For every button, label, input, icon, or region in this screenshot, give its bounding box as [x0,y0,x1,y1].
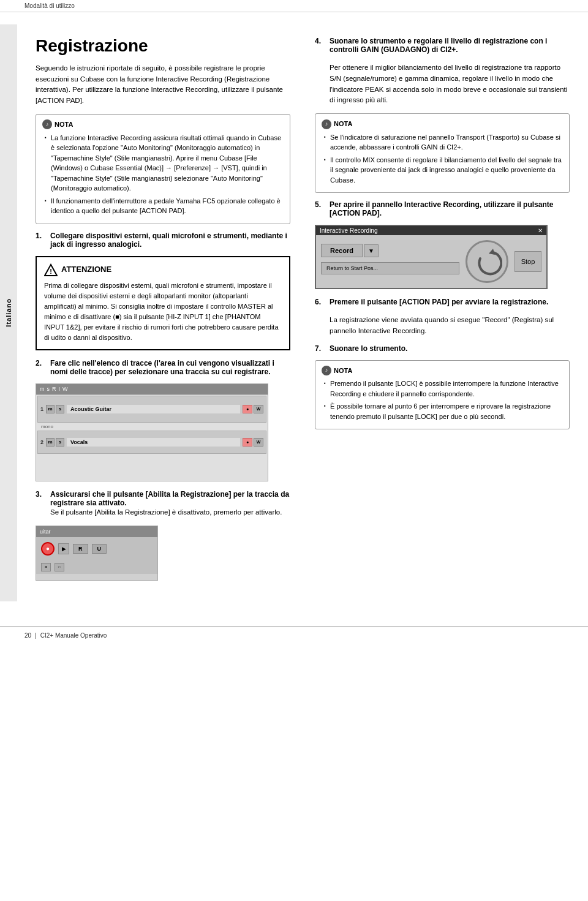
track-2-r-btn[interactable]: ● [243,438,252,447]
track-1-w-btn[interactable]: W [254,405,263,413]
bottom-bar: 20 | CI2+ Manuale Operativo [0,627,588,644]
track-2-rw: ● W [243,438,263,447]
nota-item-2-2: Il controllo MIX consente di regolare il… [324,155,563,186]
step-1: 1. Collegare dispositivi esterni, quali … [36,232,290,249]
small-screenshot-bar: uitar [36,526,157,537]
track-2-ms-buttons: m s [46,438,64,447]
track-header-icon-r: R [52,386,56,392]
nota-item-2-1: Se l'indicatore di saturazione nel panne… [324,132,563,153]
warning-header: ! ATTENZIONE [44,263,282,277]
step-1-heading: Collegare dispositivi esterni, quali mic… [50,232,287,249]
track-1-m-btn[interactable]: m [46,405,55,413]
small-screenshot-bottom: ≡ ↔ [36,560,157,574]
track-2-m-btn[interactable]: m [46,438,55,447]
ir-body: Record ▼ Return to Start Pos... [316,235,546,288]
ir-record-dropdown[interactable]: ▼ [364,244,379,257]
track-row-2: 2 m s Vocals ● W [37,431,266,454]
nota-item-1-2: Il funzionamento dell'interruttore a ped… [45,196,284,216]
step-2-num: 2. [36,359,45,376]
step-4-text: Per ottenere il miglior bilanciamento de… [330,64,567,104]
track-1-rw: ● W [243,405,263,413]
nota-icon-3: ♪ [322,366,331,375]
ir-title: Interactive Recording [320,227,378,234]
step-7-content: Suonare lo strumento. [330,344,407,353]
track-1-ms-buttons: m s [46,405,64,413]
step-3-heading: Assicurarsi che il pulsante [Abilita la … [50,490,289,507]
eq-btn[interactable]: ≡ [41,563,51,571]
step-7-num: 7. [315,344,325,353]
step-6-num: 6. [315,298,325,337]
ir-title-bar: Interactive Recording ✕ [316,226,546,235]
nota-header-3: ♪ NOTA [322,366,563,376]
step-5-content: Per aprire il pannello Interactive Recor… [330,200,570,217]
step-5-num: 5. [315,200,325,217]
nota-header-1: ♪ NOTA [42,119,284,130]
track-1-num: 1 [40,406,43,412]
right-column: 4. Suonare lo strumento e regolare il li… [303,25,588,601]
track-header-icon-m: m [40,386,45,392]
step-3-content: Assicurarsi che il pulsante [Abilita la … [50,490,290,518]
ir-record-btn[interactable]: Record [321,244,363,257]
nota-icon-2: ♪ [322,119,331,129]
page-number: 20 [24,632,31,639]
nota-item-3-2: È possibile tornare al punto 6 per inter… [324,401,563,421]
track-2-w-btn[interactable]: W [254,438,263,447]
step-4-content: Suonare lo strumento e regolare il livel… [330,37,570,106]
step-6-content: Premere il pulsante [ACTION PAD] per avv… [330,298,570,337]
ir-stop-area: Stop [514,251,541,272]
nota-item-1-1: La funzione Interactive Recording assicu… [45,133,284,194]
step-1-content: Collegare dispositivi esterni, quali mic… [50,232,290,249]
step-1-num: 1. [36,232,45,249]
ir-return-btn[interactable]: Return to Start Pos... [321,262,459,274]
step-7: 7. Suonare lo strumento. [315,344,570,353]
top-bar: Modalità di utilizzo [0,0,588,12]
ir-close-icon: ✕ [538,227,543,234]
track-1-r-btn[interactable]: ● [243,405,252,413]
nota-header-2: ♪ NOTA [322,119,563,129]
nota-icon-1: ♪ [42,119,52,129]
play-btn[interactable]: ▶ [58,543,69,554]
pan-btn[interactable]: ↔ [55,563,64,571]
tracks-screenshot: m s R I W 1 m s Acoustic Guitar ● [36,383,268,481]
nota-box-3: ♪ NOTA Premendo il pulsante [LOCK] è pos… [315,360,570,430]
left-column: Registrazione Seguendo le istruzioni rip… [17,25,303,601]
ir-panel-screenshot: Interactive Recording ✕ Record ▼ Return … [315,225,548,289]
step-3: 3. Assicurarsi che il pulsante [Abilita … [36,490,290,518]
step-4-num: 4. [315,37,325,106]
bottom-separator: | [35,632,37,639]
step-4-heading: Suonare lo strumento e regolare il livel… [330,37,547,54]
track-1-s-btn[interactable]: s [56,405,64,413]
record-circle-btn[interactable]: ● [41,542,55,556]
track-header-icon-w: W [62,386,68,392]
track-row-1: 1 m s Acoustic Guitar ● W [37,396,266,423]
r-btn[interactable]: R [73,544,88,554]
nota-list-1: La funzione Interactive Recording assicu… [42,133,284,216]
page-title: Registrazione [36,37,290,56]
step-5-heading: Per aprire il pannello Interactive Recor… [330,200,553,217]
intro-paragraph: Seguendo le istruzioni riportate di segu… [36,63,290,107]
step-6-text: La registrazione viene avviata quando si… [330,316,554,334]
nota-list-3: Premendo il pulsante [LOCK] è possibile … [322,379,563,421]
step-6-heading: Premere il pulsante [ACTION PAD] per avv… [330,298,548,306]
u-btn[interactable]: U [92,544,107,554]
ir-circular-icon [472,246,502,277]
ir-controls: Record ▼ Return to Start Pos... [321,244,459,279]
step-2-content: Fare clic nell'elenco di tracce (l'area … [50,359,290,376]
sidebar-language-label: Italiano [0,25,17,601]
nota-box-2: ♪ NOTA Se l'indicatore di saturazione ne… [315,113,570,193]
step-4: 4. Suonare lo strumento e regolare il li… [315,37,570,106]
step-3-num: 3. [36,490,45,518]
ir-record-row: Record ▼ [321,244,459,257]
top-bar-text: Modalità di utilizzo [24,2,75,9]
small-screenshot-body: ● ▶ R U [36,537,157,560]
track-2-s-btn[interactable]: s [56,438,64,447]
ir-circular-btn[interactable] [466,240,508,283]
warning-box: ! ATTENZIONE Prima di collegare disposit… [36,256,290,350]
record-btn-screenshot: uitar ● ▶ R U ≡ ↔ [36,526,158,581]
step-5: 5. Per aprire il pannello Interactive Re… [315,200,570,217]
ir-stop-btn[interactable]: Stop [514,251,541,272]
track-header-icon-s: s [47,386,50,392]
track-1-name: Acoustic Guitar [67,405,240,413]
track-1-mono: mono [36,424,268,429]
step-3-text: Se il pulsante [Abilita la Registrazione… [50,508,282,516]
